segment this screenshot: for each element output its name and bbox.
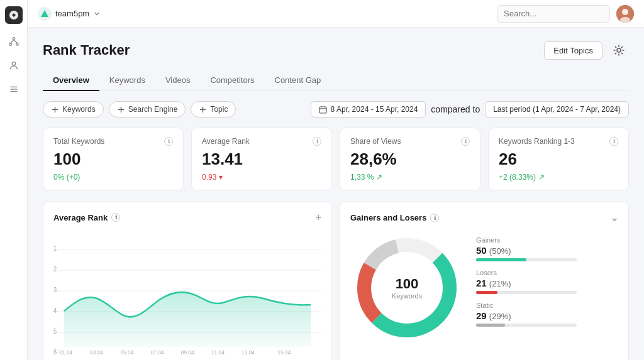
donut-center: 100 Keywords: [392, 276, 422, 300]
svg-text:1: 1: [53, 245, 57, 252]
donut-chart: 100 Keywords: [350, 231, 464, 344]
svg-text:01.04: 01.04: [59, 349, 72, 356]
stat-card-keywords-ranking: Keywords Ranking 1-3 ℹ 26 +2 (8.33%) ↗: [488, 128, 629, 191]
keywords-ranking-value: 26: [499, 150, 618, 169]
total-keywords-value: 100: [53, 150, 173, 169]
svg-line-4: [10, 40, 13, 43]
tab-content-gap[interactable]: Content Gap: [265, 70, 331, 91]
stat-card-share-of-views: Share of Views ℹ 28,6% 1,33 % ↗: [340, 128, 480, 191]
svg-point-2: [9, 43, 11, 46]
static-item: Static 29 (29%): [476, 302, 618, 327]
sidebar: [0, 0, 28, 360]
date-range-button[interactable]: 8 Apr, 2024 - 15 Apr, 2024: [311, 101, 426, 117]
stat-cards: Total Keywords ℹ 100 0% (+0) Average Ran…: [43, 128, 629, 191]
tab-overview[interactable]: Overview: [43, 70, 99, 91]
losers-bar-fill: [476, 291, 497, 294]
edit-topics-button[interactable]: Edit Topics: [544, 41, 602, 60]
main-tabs: Overview Keywords Videos Competitors Con…: [43, 70, 629, 91]
brand-icon: [38, 7, 52, 21]
total-keywords-change: 0% (+0): [53, 173, 173, 182]
global-search-input[interactable]: [497, 5, 610, 23]
svg-text:4: 4: [53, 307, 57, 314]
page-title: Rank Tracker: [43, 42, 130, 58]
svg-point-3: [16, 43, 18, 46]
keywords-ranking-change: +2 (8.33%) ↗: [499, 173, 618, 182]
brand-name: team5pm: [55, 9, 89, 18]
gainers-bar-fill: [476, 258, 526, 261]
avg-rank-chart: 1 2 3 4 5 6: [53, 231, 321, 358]
avg-rank-chart-card: Average Rank ℹ + 1 2: [43, 201, 332, 360]
plus-icon-3: [199, 106, 207, 114]
stat-card-average-rank: Average Rank ℹ 13.41 0.93 ▾: [191, 128, 332, 191]
page-header: Rank Tracker Edit Topics: [43, 40, 629, 60]
static-bar-fill: [476, 324, 505, 327]
gainers-losers-action-icon[interactable]: ⌄: [610, 212, 618, 224]
charts-row: Average Rank ℹ + 1 2: [43, 201, 629, 360]
svg-text:13.04: 13.04: [242, 349, 255, 356]
sidebar-item-nodes[interactable]: [8, 35, 20, 48]
plus-icon-2: [117, 106, 125, 114]
avg-rank-chart-action-icon[interactable]: +: [316, 212, 321, 223]
gainers-item: Gainers 50 (50%): [476, 236, 618, 261]
svg-text:5: 5: [53, 328, 57, 335]
avg-rank-chart-info-icon[interactable]: ℹ: [111, 213, 120, 222]
svg-text:6: 6: [53, 349, 57, 356]
total-keywords-info-icon[interactable]: ℹ: [164, 137, 173, 146]
svg-point-12: [622, 9, 628, 15]
settings-icon: [613, 44, 625, 57]
stat-card-total-keywords: Total Keywords ℹ 100 0% (+0): [43, 128, 184, 191]
sidebar-item-person[interactable]: [8, 59, 20, 72]
avg-rank-svg: 1 2 3 4 5 6: [53, 231, 321, 356]
date-range-selector: 8 Apr, 2024 - 15 Apr, 2024 compared to L…: [311, 101, 629, 117]
brand-selector[interactable]: team5pm: [38, 7, 101, 21]
losers-bar-track: [476, 291, 577, 294]
calendar-icon: [319, 106, 327, 114]
plus-icon: [51, 106, 59, 114]
average-rank-change: 0.93 ▾: [202, 173, 321, 182]
svg-text:11.04: 11.04: [211, 349, 225, 356]
svg-text:3: 3: [53, 286, 57, 293]
average-rank-info-icon[interactable]: ℹ: [313, 137, 321, 146]
user-avatar[interactable]: [616, 5, 634, 23]
main-content: team5pm Rank Tracker Edit Topics Overvie…: [28, 0, 644, 360]
page-header-actions: Edit Topics: [544, 40, 629, 60]
keywords-ranking-info-icon[interactable]: ℹ: [609, 137, 618, 146]
svg-point-1: [13, 38, 15, 40]
svg-rect-21: [319, 107, 326, 113]
share-of-views-change: 1,33 % ↗: [350, 173, 470, 182]
svg-text:2: 2: [53, 266, 57, 273]
share-of-views-info-icon[interactable]: ℹ: [461, 137, 470, 146]
filter-search-engine-button[interactable]: Search Engine: [109, 101, 186, 117]
losers-item: Losers 21 (21%): [476, 269, 618, 294]
svg-text:15.04: 15.04: [278, 349, 291, 356]
static-bar-track: [476, 324, 577, 327]
average-rank-value: 13.41: [202, 150, 321, 169]
svg-point-14: [617, 48, 621, 52]
filter-bar: Keywords Search Engine Topic 8 Apr, 2024…: [43, 101, 629, 117]
app-logo[interactable]: [5, 6, 23, 24]
svg-line-5: [14, 40, 17, 43]
compared-to-label: compared to: [431, 104, 480, 114]
svg-text:09.04: 09.04: [181, 349, 194, 356]
gainers-content: 100 Keywords Gainers 50 (50%): [350, 231, 618, 344]
tab-keywords[interactable]: Keywords: [99, 70, 155, 91]
gainers-losers-info-icon[interactable]: ℹ: [430, 214, 439, 222]
topbar: team5pm: [28, 0, 644, 28]
svg-marker-10: [41, 10, 48, 17]
tab-videos[interactable]: Videos: [155, 70, 201, 91]
filter-keywords-button[interactable]: Keywords: [43, 101, 104, 117]
settings-button[interactable]: [609, 40, 629, 60]
gainers-losers-card: Gainers and Losers ℹ ⌄: [340, 201, 629, 360]
filter-topic-button[interactable]: Topic: [191, 101, 236, 117]
tab-competitors[interactable]: Competitors: [200, 70, 264, 91]
gainers-stats: Gainers 50 (50%) Losers: [476, 231, 618, 327]
comparison-period-button[interactable]: Last period (1 Apr, 2024 - 7 Apr, 2024): [485, 101, 629, 117]
svg-text:03.04: 03.04: [90, 349, 103, 356]
sidebar-item-list[interactable]: [8, 83, 20, 95]
gainers-bar-track: [476, 258, 577, 261]
content-area: Rank Tracker Edit Topics Overview Keywor…: [28, 28, 644, 360]
share-of-views-value: 28,6%: [350, 150, 470, 169]
svg-text:05.04: 05.04: [121, 349, 134, 356]
brand-chevron-icon: [93, 10, 101, 18]
svg-text:07.04: 07.04: [151, 349, 164, 356]
